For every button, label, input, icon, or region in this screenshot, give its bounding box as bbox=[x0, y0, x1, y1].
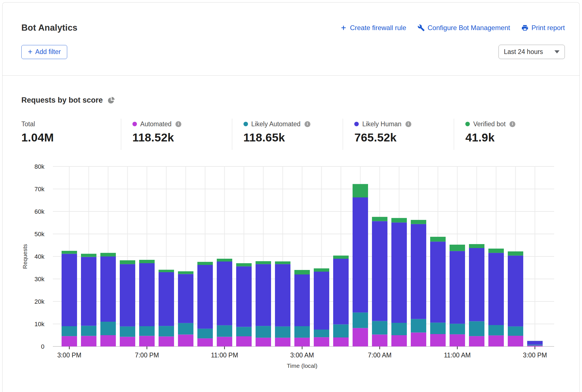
bar-segment-verified-bot[interactable] bbox=[353, 184, 368, 197]
bar-segment-likely-human[interactable] bbox=[294, 274, 310, 326]
bar-segment-verified-bot[interactable] bbox=[236, 263, 252, 266]
bar-segment-verified-bot[interactable] bbox=[333, 256, 349, 259]
bar-segment-automated[interactable] bbox=[159, 336, 174, 346]
bar-segment-likely-human[interactable] bbox=[508, 256, 523, 326]
bar-segment-automated[interactable] bbox=[100, 335, 116, 346]
bar-segment-automated[interactable] bbox=[81, 336, 96, 346]
bar-segment-likely-human[interactable] bbox=[81, 257, 96, 326]
bar-segment-likely-automated[interactable] bbox=[508, 326, 523, 336]
bar-segment-likely-automated[interactable] bbox=[256, 326, 271, 338]
bar-segment-likely-human[interactable] bbox=[139, 263, 155, 326]
bar-segment-likely-human[interactable] bbox=[62, 254, 77, 326]
info-icon[interactable]: i bbox=[304, 121, 310, 127]
bar-segment-likely-human[interactable] bbox=[333, 259, 349, 325]
bar-segment-automated[interactable] bbox=[488, 335, 504, 346]
bar-segment-likely-human[interactable] bbox=[353, 197, 368, 312]
bar-segment-verified-bot[interactable] bbox=[508, 251, 523, 256]
bar-segment-automated[interactable] bbox=[430, 334, 446, 346]
bar-segment-verified-bot[interactable] bbox=[120, 260, 135, 264]
info-icon[interactable]: i bbox=[509, 121, 515, 127]
bar-segment-automated[interactable] bbox=[256, 338, 271, 346]
info-icon[interactable]: i bbox=[175, 121, 181, 127]
bar-segment-likely-automated[interactable] bbox=[391, 323, 407, 335]
bar-segment-automated[interactable] bbox=[139, 336, 155, 346]
bar-segment-likely-automated[interactable] bbox=[469, 321, 484, 336]
bar-segment-automated[interactable] bbox=[178, 335, 193, 346]
bar-segment-likely-human[interactable] bbox=[178, 274, 193, 323]
bar-segment-likely-human[interactable] bbox=[236, 266, 252, 327]
bar-segment-likely-human[interactable] bbox=[159, 272, 174, 326]
bar-segment-likely-human[interactable] bbox=[391, 222, 407, 323]
print-report-link[interactable]: Print report bbox=[521, 24, 565, 32]
bar-segment-verified-bot[interactable] bbox=[314, 268, 329, 272]
bar-segment-verified-bot[interactable] bbox=[294, 270, 310, 274]
bar-segment-verified-bot[interactable] bbox=[217, 259, 232, 262]
bar-segment-automated[interactable] bbox=[217, 337, 232, 346]
bar-segment-automated[interactable] bbox=[275, 338, 290, 346]
bar-segment-likely-automated[interactable] bbox=[120, 326, 135, 337]
bar-segment-verified-bot[interactable] bbox=[178, 271, 193, 274]
bar-segment-likely-human[interactable] bbox=[314, 272, 329, 330]
bar-segment-automated[interactable] bbox=[411, 332, 426, 346]
bar-segment-likely-automated[interactable] bbox=[236, 327, 252, 336]
bar-segment-likely-automated[interactable] bbox=[294, 326, 310, 338]
bar-segment-automated[interactable] bbox=[62, 336, 77, 346]
bar-segment-likely-human[interactable] bbox=[488, 253, 504, 325]
bar-segment-likely-automated[interactable] bbox=[333, 325, 349, 337]
bar-segment-likely-automated[interactable] bbox=[217, 325, 232, 337]
bar-segment-verified-bot[interactable] bbox=[139, 260, 155, 263]
bar-segment-verified-bot[interactable] bbox=[430, 237, 446, 242]
bar-segment-likely-automated[interactable] bbox=[430, 323, 446, 334]
bar-segment-automated[interactable] bbox=[120, 337, 135, 346]
bar-segment-likely-automated[interactable] bbox=[353, 312, 368, 328]
bar-segment-likely-automated[interactable] bbox=[372, 321, 387, 335]
bar-segment-likely-automated[interactable] bbox=[411, 319, 426, 332]
bar-segment-automated[interactable] bbox=[469, 336, 484, 346]
bar-segment-likely-automated[interactable] bbox=[100, 322, 116, 335]
bar-segment-likely-automated[interactable] bbox=[62, 326, 77, 336]
bar-segment-likely-human[interactable] bbox=[411, 224, 426, 319]
bar-segment-likely-automated[interactable] bbox=[488, 325, 504, 335]
bar-segment-verified-bot[interactable] bbox=[197, 262, 213, 265]
requests-by-bot-score-chart[interactable]: 010k20k30k40k50k60k70k80k3:00 PM7:00 PM1… bbox=[21, 162, 556, 370]
bar-segment-verified-bot[interactable] bbox=[62, 251, 77, 254]
bar-segment-likely-automated[interactable] bbox=[527, 345, 543, 346]
bar-segment-likely-human[interactable] bbox=[469, 248, 484, 321]
bar-segment-verified-bot[interactable] bbox=[450, 245, 465, 251]
bar-segment-automated[interactable] bbox=[391, 335, 407, 346]
bar-segment-likely-human[interactable] bbox=[527, 341, 543, 344]
add-filter-button[interactable]: + Add filter bbox=[21, 45, 67, 59]
bar-segment-likely-human[interactable] bbox=[197, 265, 213, 329]
configure-bot-management-link[interactable]: Configure Bot Management bbox=[418, 24, 510, 32]
bar-segment-likely-automated[interactable] bbox=[275, 326, 290, 338]
bar-segment-automated[interactable] bbox=[197, 338, 213, 346]
bar-segment-likely-human[interactable] bbox=[217, 262, 232, 325]
bar-segment-automated[interactable] bbox=[236, 336, 252, 346]
bar-segment-likely-automated[interactable] bbox=[197, 329, 213, 338]
bar-segment-automated[interactable] bbox=[527, 346, 543, 346]
bar-segment-automated[interactable] bbox=[450, 334, 465, 346]
bar-segment-likely-human[interactable] bbox=[100, 256, 116, 322]
bar-segment-likely-automated[interactable] bbox=[450, 324, 465, 334]
bar-segment-verified-bot[interactable] bbox=[81, 254, 96, 257]
bar-segment-automated[interactable] bbox=[508, 336, 523, 346]
bar-segment-verified-bot[interactable] bbox=[275, 262, 290, 264]
bar-segment-likely-automated[interactable] bbox=[314, 330, 329, 337]
bar-segment-likely-human[interactable] bbox=[430, 242, 446, 323]
info-icon[interactable]: i bbox=[405, 121, 411, 127]
bar-segment-verified-bot[interactable] bbox=[488, 249, 504, 253]
bar-segment-verified-bot[interactable] bbox=[159, 270, 174, 272]
bar-segment-likely-human[interactable] bbox=[372, 221, 387, 321]
bar-segment-likely-human[interactable] bbox=[256, 264, 271, 326]
bar-segment-automated[interactable] bbox=[333, 337, 349, 346]
bar-segment-likely-automated[interactable] bbox=[178, 323, 193, 335]
bar-segment-verified-bot[interactable] bbox=[391, 218, 407, 222]
bar-segment-automated[interactable] bbox=[372, 335, 387, 346]
bar-segment-automated[interactable] bbox=[294, 338, 310, 346]
bar-segment-verified-bot[interactable] bbox=[411, 220, 426, 224]
bar-segment-likely-human[interactable] bbox=[275, 264, 290, 326]
bar-segment-likely-automated[interactable] bbox=[139, 326, 155, 336]
bar-segment-automated[interactable] bbox=[314, 337, 329, 346]
bar-segment-verified-bot[interactable] bbox=[469, 244, 484, 248]
bar-segment-likely-human[interactable] bbox=[450, 251, 465, 324]
